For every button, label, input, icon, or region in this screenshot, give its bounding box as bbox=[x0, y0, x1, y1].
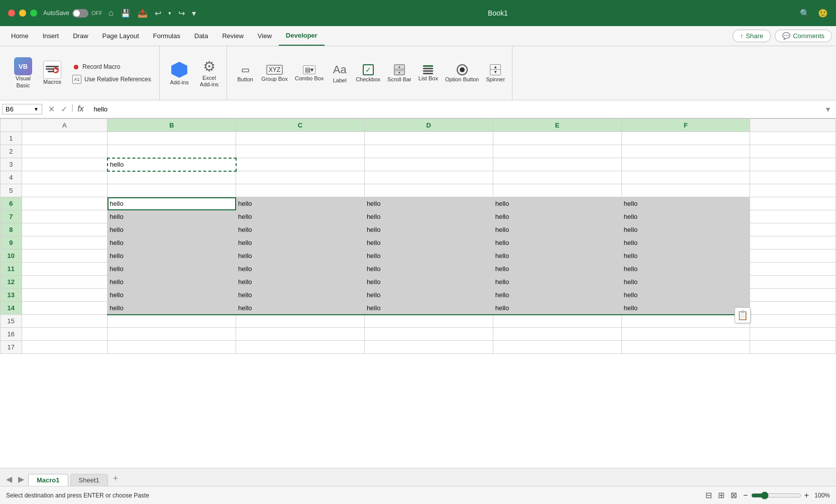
cell-a3[interactable] bbox=[22, 158, 108, 171]
cell-d1[interactable] bbox=[364, 132, 493, 145]
cell-e17[interactable] bbox=[493, 341, 621, 354]
cell-f8[interactable]: hello bbox=[621, 223, 750, 236]
normal-view-icon[interactable]: ⊟ bbox=[705, 490, 712, 500]
close-button[interactable] bbox=[8, 10, 15, 17]
cell-g3[interactable] bbox=[750, 158, 836, 171]
cell-a11[interactable] bbox=[22, 263, 108, 276]
sheet-tab-sheet1[interactable]: Sheet1 bbox=[70, 474, 108, 486]
cell-e10[interactable]: hello bbox=[493, 249, 621, 263]
cell-c10[interactable]: hello bbox=[236, 249, 365, 263]
quick-access-icon[interactable]: ▾ bbox=[192, 9, 196, 18]
cell-f16[interactable] bbox=[621, 328, 750, 341]
confirm-formula-icon[interactable]: ✓ bbox=[59, 103, 69, 115]
cell-g8[interactable] bbox=[750, 223, 836, 236]
cell-b17[interactable] bbox=[108, 341, 236, 354]
menu-data[interactable]: Data bbox=[187, 26, 215, 46]
cell-a8[interactable] bbox=[22, 223, 108, 236]
cell-f7[interactable]: hello bbox=[621, 210, 750, 223]
menu-developer[interactable]: Developer bbox=[279, 26, 325, 46]
cell-b2[interactable] bbox=[108, 145, 236, 158]
cell-d2[interactable] bbox=[364, 145, 493, 158]
page-break-view-icon[interactable]: ⊠ bbox=[730, 490, 737, 500]
cell-g2[interactable] bbox=[750, 145, 836, 158]
cell-c5[interactable] bbox=[236, 184, 365, 197]
cell-g12[interactable] bbox=[750, 276, 836, 289]
cell-g1[interactable] bbox=[750, 132, 836, 145]
cell-a2[interactable] bbox=[22, 145, 108, 158]
cell-f2[interactable] bbox=[621, 145, 750, 158]
cell-b1[interactable] bbox=[108, 132, 236, 145]
cell-d13[interactable]: hello bbox=[364, 289, 493, 302]
cell-e6[interactable]: hello bbox=[493, 197, 621, 210]
cell-g10[interactable] bbox=[750, 249, 836, 263]
record-macro-button[interactable]: ⏺ Record Macro bbox=[68, 61, 155, 72]
cell-b11[interactable]: hello bbox=[108, 263, 236, 276]
cell-b15[interactable] bbox=[108, 315, 236, 328]
cell-a14[interactable] bbox=[22, 302, 108, 315]
cell-g17[interactable] bbox=[750, 341, 836, 354]
cell-f6[interactable]: hello bbox=[621, 197, 750, 210]
cell-d17[interactable] bbox=[364, 341, 493, 354]
button-control-btn[interactable]: ▭ Button bbox=[233, 62, 257, 84]
redo-icon[interactable]: ↪ bbox=[178, 9, 185, 18]
excel-add-ins-button[interactable]: ⚙ ExcelAdd-ins bbox=[196, 56, 223, 90]
cell-g11[interactable] bbox=[750, 263, 836, 276]
cell-b8[interactable]: hello bbox=[108, 223, 236, 236]
cell-b12[interactable]: hello bbox=[108, 276, 236, 289]
cell-f3[interactable] bbox=[621, 158, 750, 171]
cell-c9[interactable]: hello bbox=[236, 236, 365, 249]
menu-formulas[interactable]: Formulas bbox=[146, 26, 187, 46]
label-control-btn[interactable]: Aa Label bbox=[328, 61, 352, 85]
cell-c13[interactable]: hello bbox=[236, 289, 365, 302]
col-header-d[interactable]: D bbox=[364, 119, 493, 132]
zoom-minus-icon[interactable]: − bbox=[743, 491, 748, 500]
cell-g16[interactable] bbox=[750, 328, 836, 341]
formula-bar-expand-icon[interactable]: ▾ bbox=[826, 104, 834, 114]
minimize-button[interactable] bbox=[19, 10, 26, 17]
share-button[interactable]: ↑ Share bbox=[733, 30, 771, 42]
add-sheet-button[interactable]: + bbox=[110, 473, 122, 486]
maximize-button[interactable] bbox=[30, 10, 37, 17]
search-icon[interactable]: 🔍 bbox=[800, 9, 810, 18]
cell-c14[interactable]: hello bbox=[236, 302, 365, 315]
zoom-slider[interactable] bbox=[751, 491, 801, 499]
cell-f10[interactable]: hello bbox=[621, 249, 750, 263]
share-icon[interactable]: 📤 bbox=[138, 9, 148, 18]
formula-input[interactable] bbox=[90, 105, 826, 113]
save-icon[interactable]: 💾 bbox=[121, 9, 131, 18]
cell-b7[interactable]: hello bbox=[108, 210, 236, 223]
cell-c11[interactable]: hello bbox=[236, 263, 365, 276]
cell-c7[interactable]: hello bbox=[236, 210, 365, 223]
sheet-tab-macro1[interactable]: Macro1 bbox=[28, 474, 68, 486]
cancel-formula-icon[interactable]: ✕ bbox=[46, 103, 57, 115]
cell-f9[interactable]: hello bbox=[621, 236, 750, 249]
cell-d6[interactable]: hello bbox=[364, 197, 493, 210]
cell-c3[interactable] bbox=[236, 158, 365, 171]
cell-f12[interactable]: hello bbox=[621, 276, 750, 289]
cell-d15[interactable] bbox=[364, 315, 493, 328]
cell-e12[interactable]: hello bbox=[493, 276, 621, 289]
cell-b16[interactable] bbox=[108, 328, 236, 341]
cell-g5[interactable] bbox=[750, 184, 836, 197]
cell-reference-box[interactable]: B6 ▼ bbox=[2, 104, 42, 114]
cell-b13[interactable]: hello bbox=[108, 289, 236, 302]
cell-f14[interactable]: hello 📋 bbox=[621, 302, 750, 315]
cell-c1[interactable] bbox=[236, 132, 365, 145]
cell-d10[interactable]: hello bbox=[364, 249, 493, 263]
cell-a7[interactable] bbox=[22, 210, 108, 223]
undo-icon[interactable]: ↩ bbox=[155, 9, 161, 18]
cell-d4[interactable] bbox=[364, 171, 493, 184]
cell-c4[interactable] bbox=[236, 171, 365, 184]
cell-c8[interactable]: hello bbox=[236, 223, 365, 236]
cell-d5[interactable] bbox=[364, 184, 493, 197]
cell-e1[interactable] bbox=[493, 132, 621, 145]
cell-d11[interactable]: hello bbox=[364, 263, 493, 276]
cell-e2[interactable] bbox=[493, 145, 621, 158]
page-layout-view-icon[interactable]: ⊞ bbox=[718, 490, 724, 500]
sheet-grid[interactable]: A B C D E F 1 bbox=[0, 118, 836, 468]
cell-e15[interactable] bbox=[493, 315, 621, 328]
cell-c16[interactable] bbox=[236, 328, 365, 341]
col-header-e[interactable]: E bbox=[493, 119, 621, 132]
comments-button[interactable]: 💬 Comments bbox=[775, 30, 832, 42]
cell-g6[interactable] bbox=[750, 197, 836, 210]
